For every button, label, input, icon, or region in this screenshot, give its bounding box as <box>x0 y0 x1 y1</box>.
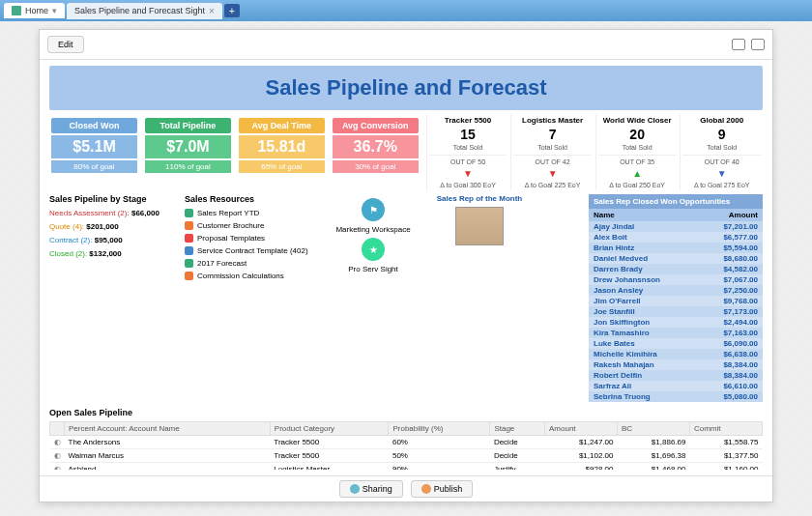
cell-stage: Decide <box>490 436 545 449</box>
present-icon[interactable] <box>732 39 745 50</box>
resource-item[interactable]: Service Contract Template (402) <box>185 244 320 257</box>
opp-row[interactable]: Jason Ansley$7,250.00 <box>589 285 763 296</box>
kpi-card: Total Pipeline $7.0M 110% of goal <box>143 114 233 190</box>
col-bc[interactable]: BC <box>617 422 689 436</box>
stage-value: $201,000 <box>86 222 118 231</box>
stage-key: Closed (2): <box>49 249 87 258</box>
marketing-workspace-icon[interactable]: ⚑ <box>362 198 385 221</box>
opp-amount: $6,090.00 <box>705 339 758 348</box>
table-row[interactable]: ◐ Waiman Marcus Tracker 5500 50% Decide … <box>50 449 763 463</box>
opp-name: Jim O'Farrell <box>594 297 705 305</box>
stage-line[interactable]: Contract (2): $95,000 <box>49 234 175 247</box>
opp-row[interactable]: Michelle Kimihira$6,638.00 <box>589 349 763 359</box>
tab-bar: Home▾ Sales Pipeline and Forecast Sight×… <box>0 0 812 21</box>
edit-button[interactable]: Edit <box>47 36 84 53</box>
tab-dropdown-icon[interactable]: ▾ <box>52 6 57 15</box>
kpi-sub: 110% of goal <box>145 160 231 173</box>
col-probability[interactable]: Probability (%) <box>389 422 490 436</box>
opp-row[interactable]: Robert Delfin$8,384.00 <box>589 370 763 381</box>
close-icon[interactable]: × <box>209 6 215 16</box>
add-tab-button[interactable]: + <box>224 4 240 17</box>
stage-value: $95,000 <box>95 236 123 244</box>
opp-row[interactable]: Darren Brady$4,582.00 <box>589 264 763 274</box>
cell-bc: $1,468.00 <box>617 463 689 471</box>
sharing-button[interactable]: Sharing <box>339 480 403 498</box>
resource-label: Proposal Templates <box>197 232 265 244</box>
opp-name: Michelle Kimihira <box>594 350 705 358</box>
opp-amount: $9,768.00 <box>705 297 758 305</box>
kpi-label: Total Pipeline <box>145 118 231 133</box>
stage-header: Sales Pipeline by Stage <box>49 194 175 204</box>
opp-row[interactable]: Jon Skiffington$2,494.00 <box>589 317 763 328</box>
opp-row[interactable]: Sarfraz Ali$6,610.00 <box>589 381 763 391</box>
tracker-out: OUT OF 50 <box>429 155 508 165</box>
stage-key: Needs Assessment (2): <box>49 209 130 217</box>
col-commit[interactable]: Commit <box>689 422 762 436</box>
opp-amount: $6,638.00 <box>705 350 758 358</box>
opp-name: Kira Tamashiro <box>594 329 705 337</box>
cell-probability: 60% <box>389 436 490 449</box>
opp-row[interactable]: Joe Stanfill$7,173.00 <box>589 306 763 317</box>
kpi-value: 15.81d <box>239 135 325 158</box>
stage-line[interactable]: Quote (4): $201,000 <box>49 220 175 234</box>
drag-icon[interactable]: ◐ <box>50 436 65 449</box>
stage-line[interactable]: Needs Assessment (2): $66,000 <box>49 207 175 220</box>
pro-serv-icon[interactable]: ★ <box>362 238 385 261</box>
opp-row[interactable]: Drew Johansnson$7,067.00 <box>589 274 763 285</box>
tab-home[interactable]: Home▾ <box>4 3 65 18</box>
opp-row[interactable]: Alex Boit$6,577.00 <box>589 232 763 243</box>
opp-row[interactable]: Brian Hintz$5,594.00 <box>589 243 763 253</box>
col-stage[interactable]: Stage <box>490 422 545 436</box>
table-row[interactable]: ◐ The Andersons Tracker 5500 60% Decide … <box>50 436 763 449</box>
title-banner: Sales Pipeline and Forecast <box>49 66 763 110</box>
drag-icon[interactable]: ◐ <box>50 463 65 471</box>
tab-current[interactable]: Sales Pipeline and Forecast Sight× <box>67 3 222 19</box>
opp-row[interactable]: Sebrina Truong$5,080.00 <box>589 391 763 402</box>
resource-item[interactable]: Proposal Templates <box>185 232 320 244</box>
col-account[interactable]: Percent Account: Account Name <box>65 422 271 436</box>
home-icon <box>12 6 21 15</box>
resource-item[interactable]: 2017 Forecast <box>185 257 320 270</box>
stage-line[interactable]: Closed (2): $132,000 <box>49 247 175 261</box>
tracker-num: 9 <box>682 127 761 142</box>
page-title: Sales Pipeline and Forecast <box>59 75 753 100</box>
rep-of-month-header: Sales Rep of the Month <box>426 194 533 203</box>
tracker-delta: Δ to Goal 225 EoY <box>513 182 592 188</box>
opp-row[interactable]: Kira Tamashiro$7,163.00 <box>589 328 763 338</box>
opp-name: Brian Hintz <box>594 244 705 252</box>
tracker-delta: Δ to Goal 275 EoY <box>682 182 761 188</box>
opp-row[interactable]: Jim O'Farrell$9,768.00 <box>589 296 763 306</box>
closed-won-opportunities: Sales Rep Closed Won Opportunities Name … <box>589 194 763 402</box>
opps-table-header: Name Amount <box>589 209 763 221</box>
opp-name: Robert Delfin <box>594 371 705 380</box>
col-amount[interactable]: Amount <box>544 422 617 436</box>
print-icon[interactable] <box>751 39 765 50</box>
publish-button[interactable]: Publish <box>411 480 474 498</box>
opp-row[interactable]: Rakesh Mahajan$8,384.00 <box>589 359 763 370</box>
resource-item[interactable]: Commission Calculations <box>185 270 320 282</box>
resource-item[interactable]: Customer Brochure <box>185 219 320 232</box>
resource-item[interactable]: Sales Report YTD <box>185 207 320 219</box>
resource-icon <box>185 234 193 243</box>
tracker-out: OUT OF 40 <box>682 155 761 165</box>
cell-account: Waiman Marcus <box>65 449 271 463</box>
opp-row[interactable]: Ajay Jindal$7,201.00 <box>589 221 763 232</box>
cell-commit: $1,377.50 <box>689 449 762 463</box>
pipeline-by-stage: Sales Pipeline by Stage Needs Assessment… <box>49 194 175 402</box>
table-row[interactable]: ◐ Ashland Logistics Master 90% Justify $… <box>50 463 763 471</box>
resource-label: Commission Calculations <box>197 270 284 282</box>
sharing-label: Sharing <box>362 484 392 494</box>
stage-key: Quote (4): <box>49 222 84 231</box>
publish-icon <box>421 484 431 494</box>
opp-name: Darren Brady <box>594 265 705 273</box>
open-pipeline-table-wrap[interactable]: Percent Account: Account Name Product Ca… <box>49 421 763 470</box>
drag-icon[interactable]: ◐ <box>50 449 65 463</box>
opp-row[interactable]: Luke Bates$6,090.00 <box>589 338 763 349</box>
tracker-card: Global 2000 9 Total Sold OUT OF 40 ▼ Δ t… <box>680 114 763 190</box>
opp-row[interactable]: Daniel Medved$8,680.00 <box>589 253 763 264</box>
opp-amount: $7,163.00 <box>705 329 758 337</box>
col-product[interactable]: Product Category <box>270 422 389 436</box>
opp-name: Sarfraz Ali <box>594 382 705 390</box>
tracker-label: Total Sold <box>682 144 761 151</box>
content-area: Sales Pipeline and Forecast Closed Won $… <box>40 60 772 475</box>
